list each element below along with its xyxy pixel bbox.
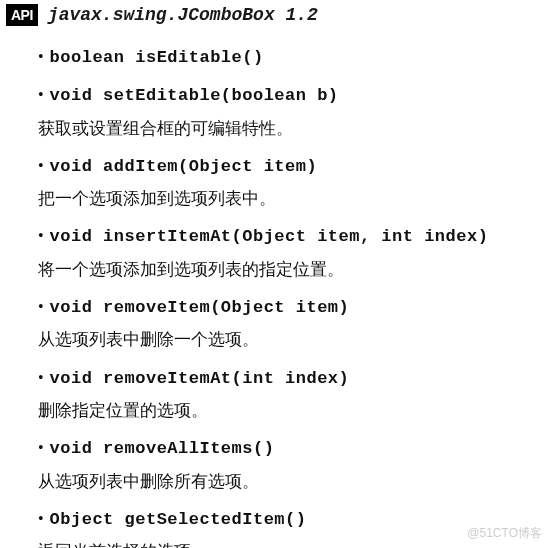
bullet-icon: • xyxy=(38,221,44,251)
method-description: 将一个选项添加到选项列表的指定位置。 xyxy=(38,254,550,286)
method-signature: Object getSelectedItem() xyxy=(50,504,307,536)
method-item: • void setEditable(boolean b) 获取或设置组合框的可… xyxy=(38,80,550,145)
watermark: @51CTO博客 xyxy=(467,525,542,542)
class-title: javax.swing.JComboBox 1.2 xyxy=(48,5,318,25)
bullet-icon: • xyxy=(38,292,44,322)
bullet-icon: • xyxy=(38,504,44,534)
method-item: • void insertItemAt(Object item, int ind… xyxy=(38,221,550,286)
method-list: • boolean isEditable() • void setEditabl… xyxy=(0,30,550,548)
method-item: • void removeItem(Object item) 从选项列表中删除一… xyxy=(38,292,550,357)
api-header: API javax.swing.JComboBox 1.2 xyxy=(0,0,550,30)
method-signature: void removeItemAt(int index) xyxy=(50,363,350,395)
bullet-icon: • xyxy=(38,363,44,393)
method-signature: void insertItemAt(Object item, int index… xyxy=(50,221,489,253)
method-description: 把一个选项添加到选项列表中。 xyxy=(38,183,550,215)
method-description: 从选项列表中删除所有选项。 xyxy=(38,466,550,498)
bullet-icon: • xyxy=(38,80,44,110)
method-item: • void removeAllItems() 从选项列表中删除所有选项。 xyxy=(38,433,550,498)
method-description: 获取或设置组合框的可编辑特性。 xyxy=(38,113,550,145)
method-signature: void setEditable(boolean b) xyxy=(50,80,339,112)
method-signature: void addItem(Object item) xyxy=(50,151,318,183)
bullet-icon: • xyxy=(38,42,44,72)
bullet-icon: • xyxy=(38,151,44,181)
method-signature: void removeAllItems() xyxy=(50,433,275,465)
method-description: 从选项列表中删除一个选项。 xyxy=(38,324,550,356)
method-signature: boolean isEditable() xyxy=(50,42,264,74)
method-description: 删除指定位置的选项。 xyxy=(38,395,550,427)
method-item: • void addItem(Object item) 把一个选项添加到选项列表… xyxy=(38,151,550,216)
method-item: • boolean isEditable() xyxy=(38,42,550,74)
method-item: • void removeItemAt(int index) 删除指定位置的选项… xyxy=(38,363,550,428)
api-badge: API xyxy=(6,4,38,26)
bullet-icon: • xyxy=(38,433,44,463)
method-signature: void removeItem(Object item) xyxy=(50,292,350,324)
